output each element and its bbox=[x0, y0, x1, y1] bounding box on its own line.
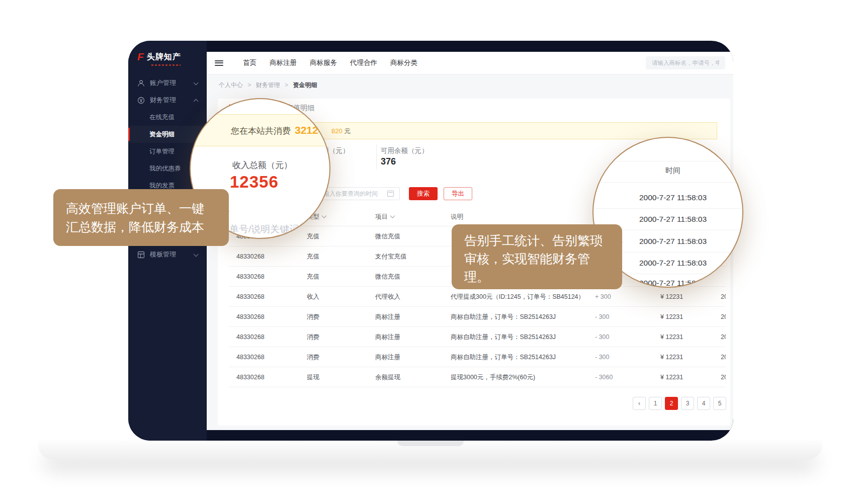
cell-desc: 商标自助注册，订单号：SB2514263J bbox=[451, 332, 556, 341]
callout-text-line: 理。 bbox=[464, 268, 622, 286]
stat-divider bbox=[376, 144, 377, 170]
cell-order: 48330268 bbox=[236, 313, 265, 320]
nav-trademark-service[interactable]: 商标服务 bbox=[310, 58, 337, 67]
cell-type: 消费 bbox=[307, 353, 319, 361]
cell-type: 充值 bbox=[307, 252, 319, 261]
table-row: 48330268 收入 代理收入 代理提成300元（ID:1245，订单号：SB… bbox=[229, 287, 726, 307]
sidebar-item-label: 在线充值 bbox=[149, 113, 175, 122]
consumption-banner-text: 820 元 bbox=[331, 127, 351, 136]
magnified-income-label: 收入总额（元） bbox=[232, 159, 292, 171]
cell-amount: - 3060 bbox=[595, 374, 613, 381]
top-navbar: 首页 商标注册 商标服务 代理合作 商标分类 bbox=[207, 52, 733, 74]
breadcrumb-separator: > bbox=[285, 81, 288, 89]
sidebar-item-template[interactable]: 模板管理 bbox=[128, 246, 207, 263]
sidebar-item-label: 财务管理 bbox=[150, 96, 176, 105]
cell-type: 充值 bbox=[307, 272, 319, 281]
breadcrumb-current: 资金明细 bbox=[293, 81, 317, 89]
breadcrumb-separator: > bbox=[247, 81, 251, 89]
brand-logo[interactable]: F 头牌知产 bbox=[128, 41, 207, 63]
pagination-page-5[interactable]: 5 bbox=[713, 397, 726, 410]
top-nav-links: 首页 商标注册 商标服务 代理合作 商标分类 bbox=[236, 58, 424, 67]
search-button[interactable]: 搜索 bbox=[409, 187, 438, 200]
magnified-time-cell: 2000-7-27 11:58:03 bbox=[604, 215, 742, 224]
sidebar-item-online-recharge[interactable]: 在线充值 bbox=[128, 109, 207, 126]
pagination-page-2-active[interactable]: 2 bbox=[665, 397, 678, 410]
nav-trademark-register[interactable]: 商标注册 bbox=[270, 58, 297, 67]
cell-balance: ¥ 12231 bbox=[660, 293, 683, 300]
cell-amount: - 300 bbox=[595, 313, 610, 320]
laptop-base bbox=[38, 441, 822, 460]
search-input[interactable] bbox=[646, 56, 725, 69]
cell-type: 充值 bbox=[307, 232, 319, 240]
cell-item: 商标注册 bbox=[375, 353, 400, 361]
cell-item: 商标注册 bbox=[375, 312, 400, 321]
cell-balance: ¥ 12231 bbox=[660, 333, 683, 341]
chevron-up-icon bbox=[194, 99, 199, 104]
callout-text-line: 高效管理账户订单、一键 bbox=[66, 199, 229, 218]
sidebar-item-finance[interactable]: 财务管理 bbox=[128, 92, 207, 109]
cell-order: 48330268 bbox=[236, 333, 265, 341]
cell-amount: - 300 bbox=[595, 354, 610, 361]
lens-divider bbox=[593, 182, 742, 183]
nav-agent-cooperation[interactable]: 代理合作 bbox=[350, 58, 377, 67]
magnified-time-header: 时间 bbox=[604, 166, 742, 176]
sidebar-item-label: 资金明细 bbox=[149, 130, 175, 139]
sidebar-item-account[interactable]: 账户管理 bbox=[128, 74, 207, 92]
sidebar-item-label: 订单管理 bbox=[149, 147, 175, 156]
cell-order: 48330268 bbox=[236, 374, 265, 381]
calendar-icon[interactable] bbox=[387, 191, 394, 197]
brand-tagline bbox=[151, 64, 181, 66]
cell-type: 收入 bbox=[307, 292, 319, 301]
table-row: 48330268 消费 商标注册 商标自助注册，订单号：SB2514263J -… bbox=[229, 327, 726, 347]
cell-time: 2000-7-27 11:58:03 bbox=[721, 293, 726, 300]
finance-icon bbox=[137, 97, 145, 104]
cell-desc: 提现3000元，手续费2%(60元) bbox=[451, 373, 535, 381]
laptop-base-notch bbox=[397, 441, 464, 446]
pagination-page-1[interactable]: 1 bbox=[649, 397, 662, 410]
breadcrumb-item[interactable]: 财务管理 bbox=[256, 81, 280, 89]
breadcrumb: 个人中心 > 财务管理 > 资金明细 bbox=[207, 74, 733, 90]
callout-right: 告别手工统计、告别繁琐 审核，实现智能财务管 理。 bbox=[452, 224, 622, 289]
balance-value: 376 bbox=[381, 156, 396, 167]
breadcrumb-item[interactable]: 个人中心 bbox=[219, 81, 243, 89]
cell-balance: ¥ 12231 bbox=[660, 354, 683, 361]
cell-time: 2000-7-27 11:58:03 bbox=[721, 313, 726, 320]
cell-time: 2000-7-27 11:58:03 bbox=[721, 333, 726, 341]
brand-logo-icon: F bbox=[137, 51, 144, 63]
sidebar-item-label: 我的优惠券 bbox=[149, 164, 181, 173]
sort-caret-icon bbox=[322, 213, 327, 218]
callout-text-line: 汇总数据，降低财务成本 bbox=[66, 218, 229, 236]
magnified-banner-text: 您在本站共消费32124元 bbox=[231, 124, 330, 137]
cell-item: 代理收入 bbox=[375, 292, 400, 301]
cell-item: 余额提现 bbox=[375, 373, 400, 381]
header-desc: 说明 bbox=[451, 213, 463, 221]
chevron-down-icon bbox=[194, 252, 199, 257]
pagination-page-4[interactable]: 4 bbox=[697, 397, 710, 410]
cell-order: 48330268 bbox=[236, 354, 265, 361]
cell-type: 提现 bbox=[307, 373, 319, 381]
header-item-sort[interactable]: 项目 bbox=[375, 213, 394, 221]
table-row: 48330268 消费 商标注册 商标自助注册，订单号：SB2514263J -… bbox=[229, 347, 726, 367]
cell-desc: 商标自助注册，订单号：SB2514263J bbox=[451, 312, 556, 321]
pagination-prev[interactable]: ‹ bbox=[633, 397, 646, 410]
sort-caret-icon bbox=[390, 213, 395, 218]
table-row: 48330268 消费 商标注册 商标自助注册，订单号：SB2514263J -… bbox=[229, 307, 726, 327]
nav-home[interactable]: 首页 bbox=[243, 58, 257, 67]
sidebar-item-label: 模板管理 bbox=[150, 250, 176, 259]
cell-order: 48330268 bbox=[236, 293, 265, 300]
hamburger-menu-icon[interactable] bbox=[215, 59, 223, 67]
lens-divider bbox=[593, 208, 742, 209]
cell-item: 微信充值 bbox=[375, 232, 400, 240]
lens-divider bbox=[593, 161, 742, 161]
cell-balance: ¥ 12231 bbox=[660, 313, 683, 320]
export-button[interactable]: 导出 bbox=[444, 187, 472, 200]
cell-order: 48330268 bbox=[236, 253, 265, 260]
sidebar-item-label: 账户管理 bbox=[150, 78, 176, 88]
nav-trademark-category[interactable]: 商标分类 bbox=[390, 58, 417, 67]
cell-type: 消费 bbox=[307, 332, 319, 341]
cell-time: 2000-7-27 11:58:03 bbox=[721, 354, 726, 361]
pagination-page-3[interactable]: 3 bbox=[681, 397, 694, 410]
user-icon bbox=[137, 79, 145, 87]
cell-order: 48330268 bbox=[236, 273, 265, 280]
cell-item: 微信充值 bbox=[375, 272, 400, 281]
